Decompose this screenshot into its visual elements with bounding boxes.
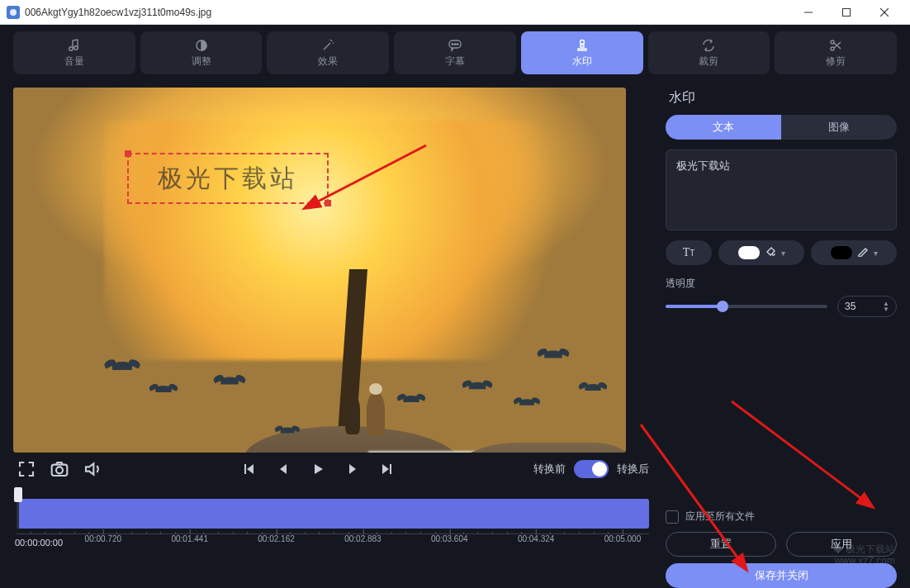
- ruler-tick: 00:02.883: [344, 534, 382, 543]
- next-frame-button[interactable]: [343, 459, 363, 479]
- snapshot-button[interactable]: [50, 459, 69, 479]
- font-style-button[interactable]: TT: [666, 240, 712, 265]
- contrast-icon: [194, 38, 209, 53]
- window-title: 006AkgtYgy1h82oecw1vzj311t0mo49s.jpg: [25, 7, 789, 18]
- watermark-type-segment: 文本 图像: [666, 115, 897, 140]
- tab-label: 裁剪: [699, 55, 718, 69]
- svg-point-14: [831, 40, 834, 44]
- tab-label: 水印: [572, 55, 592, 69]
- svg-point-6: [69, 46, 73, 50]
- pen-icon: [857, 245, 869, 260]
- scissors-icon: [828, 38, 843, 53]
- app-icon: [7, 6, 20, 19]
- playhead[interactable]: [14, 487, 22, 502]
- before-label: 转换前: [533, 462, 566, 477]
- speech-bubble-icon: [448, 38, 462, 53]
- ruler-tick: 00:03.604: [431, 534, 468, 543]
- svg-point-10: [452, 43, 453, 45]
- ruler-tick: 00:02.162: [258, 534, 295, 543]
- watermark-text-input[interactable]: 极光下载站: [666, 149, 897, 230]
- minimize-button[interactable]: [789, 0, 827, 25]
- tab-label: 音量: [64, 55, 84, 69]
- current-time: 00:00:00:00: [15, 538, 66, 548]
- close-button[interactable]: [865, 0, 903, 25]
- skip-end-button[interactable]: [377, 459, 397, 479]
- skip-start-button[interactable]: [239, 459, 258, 479]
- player-controls: 转换前 转换后: [13, 453, 652, 482]
- stroke-swatch: [831, 246, 852, 259]
- play-button[interactable]: [308, 459, 328, 479]
- apply-all-label: 应用至所有文件: [685, 510, 755, 524]
- ruler-tick: 00:00.720: [85, 534, 122, 543]
- tab-effect[interactable]: 效果: [267, 31, 389, 74]
- seg-image[interactable]: 图像: [781, 115, 897, 140]
- fill-swatch: [738, 246, 760, 259]
- mute-button[interactable]: [83, 459, 102, 479]
- svg-point-7: [74, 45, 78, 49]
- prev-frame-button[interactable]: [273, 459, 293, 479]
- seg-text[interactable]: 文本: [666, 115, 781, 140]
- save-close-button[interactable]: 保存并关闭: [666, 563, 897, 588]
- watermark-bounding-box[interactable]: 极光下载站: [127, 153, 329, 204]
- timeline-track[interactable]: [17, 499, 649, 529]
- tab-crop[interactable]: 裁剪: [648, 31, 770, 74]
- reset-button[interactable]: 重置: [666, 532, 776, 557]
- svg-point-11: [454, 43, 456, 45]
- tab-label: 字幕: [445, 55, 465, 69]
- ruler-tick: 00:04.324: [518, 534, 555, 543]
- watermark-preview-text: 极光下载站: [158, 162, 298, 196]
- title-bar: 006AkgtYgy1h82oecw1vzj311t0mo49s.jpg: [0, 0, 910, 25]
- ruler-tick: 00:01.441: [171, 534, 208, 543]
- text-style-icon: TT: [683, 246, 695, 259]
- stepper-down-icon[interactable]: ▼: [883, 306, 889, 312]
- chevron-down-icon: ▾: [874, 249, 878, 258]
- tab-adjust[interactable]: 调整: [140, 31, 263, 74]
- opacity-slider[interactable]: [666, 305, 827, 308]
- svg-point-13: [580, 40, 584, 44]
- maximize-button[interactable]: [827, 0, 865, 25]
- crop-rotate-icon: [701, 38, 716, 53]
- apply-button[interactable]: 应用: [786, 532, 897, 557]
- tool-tabs: 音量 调整 效果 字幕 水印 裁剪 修剪: [0, 25, 910, 79]
- before-after-toggle[interactable]: [574, 460, 609, 478]
- preview-canvas[interactable]: 极光下载站: [13, 88, 626, 453]
- stamp-icon: [575, 38, 590, 53]
- svg-point-12: [457, 43, 458, 45]
- fill-bucket-icon: [765, 245, 776, 260]
- tab-label: 效果: [318, 55, 338, 69]
- tab-watermark[interactable]: 水印: [521, 31, 643, 74]
- opacity-label: 透明度: [666, 277, 897, 291]
- svg-rect-3: [843, 8, 851, 16]
- chevron-down-icon: ▾: [781, 249, 785, 258]
- time-ruler: 00:00:00:00 00:00.72000:01.44100:02.1620…: [17, 533, 649, 553]
- apply-all-checkbox[interactable]: [666, 510, 679, 524]
- watermark-text-value: 极光下载站: [676, 159, 730, 172]
- tab-label: 调整: [192, 55, 211, 69]
- ruler-tick: 00:05.000: [604, 534, 642, 543]
- after-label: 转换后: [617, 462, 649, 477]
- tab-subtitle[interactable]: 字幕: [394, 31, 516, 74]
- opacity-value: 35: [845, 301, 855, 312]
- stroke-color-button[interactable]: ▾: [811, 240, 897, 265]
- magic-wand-icon: [320, 38, 335, 53]
- fullscreen-button[interactable]: [17, 459, 36, 479]
- music-note-icon: [67, 38, 82, 53]
- svg-point-18: [56, 467, 63, 473]
- watermark-panel: 水印 文本 图像 极光下载站 TT ▾ ▾ 透明度: [666, 88, 897, 588]
- panel-title: 水印: [669, 89, 897, 107]
- opacity-stepper[interactable]: 35 ▲▼: [837, 296, 897, 317]
- tab-trim[interactable]: 修剪: [775, 31, 897, 74]
- tab-volume[interactable]: 音量: [13, 31, 135, 74]
- fill-color-button[interactable]: ▾: [718, 240, 804, 265]
- svg-point-15: [831, 47, 834, 50]
- tab-label: 修剪: [826, 55, 846, 69]
- svg-point-1: [10, 9, 17, 16]
